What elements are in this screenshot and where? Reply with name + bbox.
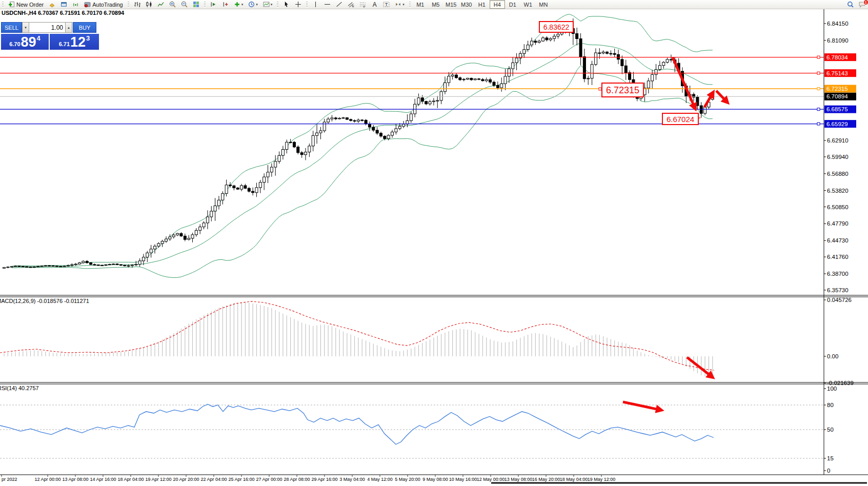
line-handle[interactable] bbox=[817, 72, 820, 74]
svg-text:F: F bbox=[364, 5, 366, 8]
time-axis-label: 4 May 12:00 bbox=[367, 477, 393, 482]
volume-decrease-button[interactable]: ▼ bbox=[22, 22, 29, 33]
autotrading-button[interactable]: AutoTrading bbox=[82, 0, 125, 9]
chevron-down-icon: ▾ bbox=[256, 3, 258, 7]
metaeditor-button[interactable] bbox=[47, 0, 57, 9]
toolbar-grip bbox=[203, 1, 207, 8]
buy-button[interactable]: BUY bbox=[73, 22, 96, 33]
vline-icon bbox=[312, 1, 319, 8]
trendline-button[interactable] bbox=[334, 0, 345, 9]
price-axis-tick-label: 6.56880 bbox=[827, 171, 849, 177]
new-order-button[interactable]: New Order bbox=[6, 0, 46, 9]
sell-button[interactable]: SELL bbox=[1, 22, 22, 33]
text-button[interactable]: A bbox=[369, 0, 380, 9]
time-axis-label: 19 Apr 12:00 bbox=[145, 477, 171, 482]
timeframe-button-m15[interactable]: M15 bbox=[443, 0, 459, 9]
candle-chart-button[interactable] bbox=[144, 0, 154, 9]
timeframe-button-w1[interactable]: W1 bbox=[520, 0, 536, 9]
line-chart-button[interactable] bbox=[155, 0, 166, 9]
timeframe-button-m5[interactable]: M5 bbox=[428, 0, 443, 9]
svg-text:E: E bbox=[352, 5, 354, 8]
rsi-line bbox=[0, 404, 714, 444]
time-axis-label: 3 May 04:00 bbox=[339, 477, 365, 482]
text-icon: A bbox=[371, 1, 378, 8]
timeframe-button-mn[interactable]: MN bbox=[536, 0, 551, 9]
toolbar-grip bbox=[1, 1, 5, 8]
search-button[interactable] bbox=[845, 0, 856, 9]
chart-canvas[interactable]: 6.780346.751436.723156.708946.685756.659… bbox=[0, 0, 868, 486]
label-icon: T bbox=[383, 1, 390, 8]
templates-button[interactable]: ▾ bbox=[261, 0, 275, 9]
arrows-button[interactable]: ▾ bbox=[393, 0, 407, 9]
chevron-down-icon: ▾ bbox=[271, 3, 273, 7]
timeframe-button-m1[interactable]: M1 bbox=[413, 0, 428, 9]
time-axis-label: 16 May 20:00 bbox=[532, 477, 560, 482]
line-handle[interactable] bbox=[817, 88, 820, 90]
timeframe-button-d1[interactable]: D1 bbox=[505, 0, 520, 9]
crosshair-button[interactable] bbox=[293, 0, 304, 9]
macd-axis-label: 0.00 bbox=[827, 353, 838, 359]
fibo-icon: F bbox=[359, 1, 366, 8]
label-button[interactable]: T bbox=[381, 0, 392, 9]
price-axis-flag-label: 6.65929 bbox=[826, 121, 848, 127]
fibonacci-button[interactable]: F bbox=[357, 0, 368, 9]
cursor-button[interactable] bbox=[281, 0, 292, 9]
metaeditor-icon bbox=[49, 1, 55, 8]
zoom-out-button[interactable] bbox=[179, 0, 190, 9]
periods-button[interactable]: ▾ bbox=[246, 0, 260, 9]
price-axis-flag-label: 6.78034 bbox=[826, 54, 848, 60]
indicators-button[interactable]: ▾ bbox=[232, 0, 246, 9]
sell-price-big: 89 bbox=[21, 36, 36, 49]
linechart-icon bbox=[157, 1, 164, 8]
price-axis-tick-label: 6.59940 bbox=[827, 154, 849, 160]
time-axis-label: 27 Apr 00:00 bbox=[256, 477, 282, 482]
crosshair-icon bbox=[295, 1, 301, 8]
chartshift-icon bbox=[222, 1, 229, 8]
candles-icon bbox=[146, 1, 152, 8]
timeframe-button-h4[interactable]: H4 bbox=[490, 0, 505, 9]
timeframe-button-m30[interactable]: M30 bbox=[459, 0, 474, 9]
price-annotation-high[interactable]: 6.83622 bbox=[539, 21, 574, 33]
chevron-down-icon: ▾ bbox=[241, 3, 244, 7]
sell-price-sup: 4 bbox=[37, 34, 41, 42]
channel-icon: E bbox=[348, 1, 354, 8]
price-annotation-low[interactable]: 6.67024 bbox=[662, 113, 699, 125]
zoom-in-button[interactable] bbox=[167, 0, 178, 9]
price-axis-tick-label: 6.38700 bbox=[827, 271, 849, 277]
time-axis-label: 20 Apr 20:00 bbox=[173, 477, 199, 482]
signals-button[interactable] bbox=[70, 0, 81, 9]
price-axis-flag-label: 6.70894 bbox=[826, 93, 848, 99]
auto-scroll-button[interactable] bbox=[208, 0, 219, 9]
trend-arrow-annotation[interactable] bbox=[623, 402, 661, 410]
volume-input[interactable] bbox=[29, 22, 65, 33]
line-handle[interactable] bbox=[817, 123, 820, 125]
vertical-line-button[interactable] bbox=[310, 0, 321, 9]
time-axis-label: 12 Apr 00:00 bbox=[34, 477, 60, 482]
macd-signal-line bbox=[0, 301, 714, 370]
trend-arrow-annotation[interactable] bbox=[673, 57, 695, 109]
tile-windows-button[interactable] bbox=[191, 0, 201, 9]
price-annotation-mid[interactable]: 6.72315 bbox=[601, 83, 644, 97]
notifications-button[interactable]: 1 bbox=[857, 0, 867, 9]
toolbar: New OrderAutoTrading▾▾▾EFAT▾M1M5M15M30H1… bbox=[0, 0, 868, 9]
timeframe-button-h1[interactable]: H1 bbox=[474, 0, 490, 9]
chart-shift-button[interactable] bbox=[220, 0, 231, 9]
buy-price-big: 12 bbox=[70, 36, 86, 49]
time-axis-label: 10 May 16:00 bbox=[449, 477, 477, 482]
time-axis-label: 28 Apr 08:00 bbox=[284, 477, 310, 482]
channel-button[interactable]: E bbox=[346, 0, 356, 9]
clock-icon bbox=[248, 1, 255, 8]
volume-increase-button[interactable]: ▲ bbox=[65, 22, 72, 33]
bar-chart-button[interactable] bbox=[132, 0, 143, 9]
toolbar-grip bbox=[408, 1, 412, 8]
horizontal-line-button[interactable] bbox=[322, 0, 333, 9]
mt4-terminal-window: 6.780346.751436.723156.708946.685756.659… bbox=[0, 0, 868, 486]
sell-price-display[interactable]: 6.70 89 4 bbox=[1, 34, 49, 50]
terminal-window-button[interactable] bbox=[58, 0, 69, 9]
arrows-icon bbox=[395, 1, 401, 8]
buy-price-display[interactable]: 6.71 12 3 bbox=[50, 34, 99, 50]
line-handle[interactable] bbox=[817, 56, 820, 58]
line-handle[interactable] bbox=[817, 108, 820, 111]
price-axis-tick-label: 6.50850 bbox=[827, 204, 849, 210]
indicators-icon bbox=[234, 1, 240, 8]
